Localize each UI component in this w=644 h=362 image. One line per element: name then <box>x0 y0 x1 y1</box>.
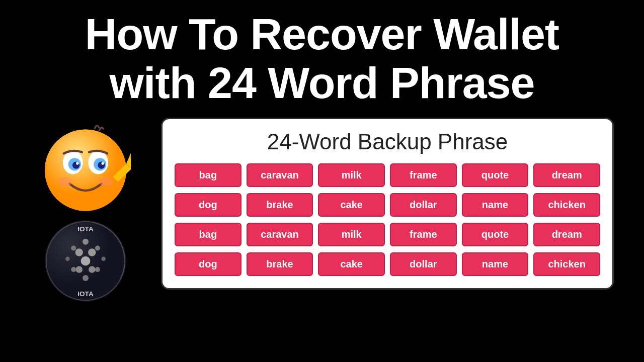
page-title: How To Recover Wallet with 24 Word Phras… <box>20 10 624 108</box>
word-button[interactable]: dog <box>175 252 242 276</box>
word-button[interactable]: quote <box>462 163 529 187</box>
svg-point-18 <box>71 245 76 250</box>
svg-point-1 <box>45 129 126 211</box>
svg-point-19 <box>95 245 100 250</box>
word-button[interactable]: frame <box>390 223 457 246</box>
svg-text:IOTA: IOTA <box>77 225 94 232</box>
svg-point-28 <box>89 266 96 273</box>
title-area: How To Recover Wallet with 24 Word Phras… <box>0 0 644 113</box>
word-button[interactable]: bag <box>175 163 242 187</box>
word-button[interactable]: brake <box>247 252 313 276</box>
word-button[interactable]: chicken <box>533 193 600 217</box>
phrase-grid: bagcaravanmilkframequotedreamdogbrakecak… <box>175 163 600 276</box>
word-button[interactable]: chicken <box>533 252 600 276</box>
bottom-section: 01001001 00100000 01001111 01010100 0100… <box>0 118 644 304</box>
svg-point-25 <box>88 248 96 256</box>
svg-point-23 <box>95 266 100 272</box>
word-button[interactable]: dream <box>533 163 600 187</box>
word-button[interactable]: brake <box>247 193 313 217</box>
phrase-card: 24-Word Backup Phrase bagcaravanmilkfram… <box>161 118 614 290</box>
svg-point-6 <box>72 161 79 168</box>
svg-point-21 <box>101 256 106 261</box>
left-icons: 01001001 00100000 01001111 01010100 0100… <box>10 123 161 304</box>
word-button[interactable]: dollar <box>390 252 457 276</box>
word-button[interactable]: frame <box>390 163 457 187</box>
svg-point-27 <box>75 266 83 273</box>
word-button[interactable]: name <box>462 193 529 217</box>
svg-point-10 <box>58 177 72 186</box>
word-button[interactable]: cake <box>318 252 385 276</box>
word-button[interactable]: milk <box>318 223 385 246</box>
word-button[interactable]: quote <box>462 223 529 246</box>
svg-point-20 <box>65 256 70 261</box>
svg-point-24 <box>75 248 83 256</box>
word-button[interactable]: dog <box>175 193 242 217</box>
word-button[interactable]: caravan <box>247 163 313 187</box>
svg-point-29 <box>83 275 89 281</box>
word-button[interactable]: dollar <box>390 193 457 217</box>
iota-coin-icon: 01001001 00100000 01001111 01010100 0100… <box>43 218 128 304</box>
svg-text:IOTA: IOTA <box>77 290 94 297</box>
emoji-icon <box>40 123 131 213</box>
word-button[interactable]: caravan <box>247 223 313 246</box>
word-button[interactable]: cake <box>318 193 385 217</box>
card-heading: 24-Word Backup Phrase <box>175 129 600 154</box>
svg-point-8 <box>76 162 78 164</box>
svg-point-7 <box>98 161 105 168</box>
word-button[interactable]: bag <box>175 223 242 246</box>
word-button[interactable]: dream <box>533 223 600 246</box>
svg-point-26 <box>81 256 91 265</box>
svg-point-9 <box>102 162 104 164</box>
svg-point-22 <box>71 266 76 272</box>
word-button[interactable]: name <box>462 252 529 276</box>
svg-point-11 <box>99 177 113 186</box>
word-button[interactable]: milk <box>318 163 385 187</box>
svg-point-17 <box>83 238 89 244</box>
